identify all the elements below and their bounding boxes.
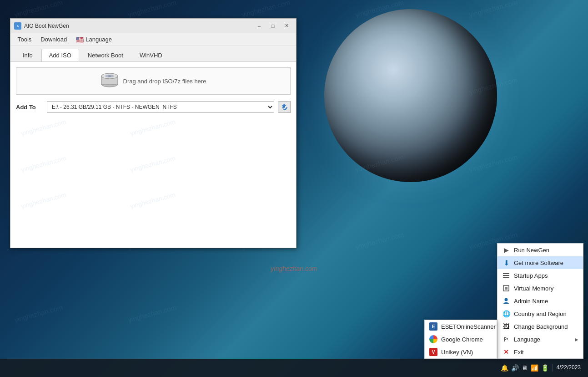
add-to-row: Add To E:\ - 26.31 GB/29.11 GB - NTFS - … xyxy=(16,99,291,115)
eset-icon: E xyxy=(429,322,437,331)
file-list-area: yinghezhan.com yinghezhan.com yinghezhan… xyxy=(16,115,291,242)
ctx-run-newgen[interactable]: ▶ Run NewGen xyxy=(498,244,583,256)
svg-point-6 xyxy=(108,75,111,76)
battery-icon[interactable]: 🔋 xyxy=(541,364,549,372)
submenu-arrow: ▶ xyxy=(575,337,578,342)
add-to-label: Add To xyxy=(16,104,43,111)
run-icon: ▶ xyxy=(502,246,510,254)
tab-network-boot[interactable]: Network Boot xyxy=(80,49,131,61)
menu-download[interactable]: Download xyxy=(37,35,70,44)
country-icon: 🌐 xyxy=(502,310,510,318)
exit-icon: ✕ xyxy=(502,348,510,356)
app-title: AIO Boot NewGen xyxy=(24,23,253,29)
app-window: A AIO Boot NewGen – □ ✕ Tools Download 🇺… xyxy=(10,18,297,248)
virtual-memory-icon xyxy=(502,284,510,292)
ctx-language[interactable]: 🏳 Language ▶ xyxy=(498,333,583,346)
background-icon: 🖼 xyxy=(502,322,510,331)
submenu-item-eset[interactable]: E ESETOnlineScanner xyxy=(425,320,497,333)
tab-add-iso[interactable]: Add ISO xyxy=(41,49,79,61)
drop-zone[interactable]: Drag and drop ISO/7z files here xyxy=(16,67,291,95)
planet-decoration xyxy=(324,9,497,182)
menu-language[interactable]: 🇺🇸 Language xyxy=(72,35,116,45)
svg-point-12 xyxy=(505,298,508,301)
flag-icon: 🇺🇸 xyxy=(76,36,84,43)
close-button[interactable]: ✕ xyxy=(281,21,292,31)
submenu-item-unikey[interactable]: V Unikey (VN) xyxy=(425,346,497,358)
tab-bar: Info Add ISO Network Boot WinVHD xyxy=(10,46,296,62)
disk-icon xyxy=(101,71,119,91)
tab-info[interactable]: Info xyxy=(15,49,40,61)
context-menu: ▶ Run NewGen ⬇ Get more Software Startup… xyxy=(497,243,583,359)
watermark: yinghezhan.com xyxy=(14,0,64,19)
watermark: yinghezhan.com xyxy=(127,0,177,19)
menu-tools[interactable]: Tools xyxy=(14,35,35,44)
taskbar: 🔔 🔊 🖥 📶 🔋 4/22/2023 xyxy=(0,359,588,377)
ctx-startup-apps[interactable]: Startup Apps xyxy=(498,269,583,282)
maximize-button[interactable]: □ xyxy=(267,21,279,31)
watermark: yinghezhan.com xyxy=(468,0,518,19)
watermark: yinghezhan.com xyxy=(241,0,291,19)
desktop: yinghezhan.com yinghezhan.com yinghezhan… xyxy=(0,0,588,377)
ctx-get-more-software[interactable]: ⬇ Get more Software xyxy=(498,256,583,269)
refresh-drive-button[interactable] xyxy=(278,101,291,113)
software-submenu: E ESETOnlineScanner Google Chrome V Unik… xyxy=(424,320,497,359)
site-watermark: yinghezhan.com xyxy=(271,265,317,272)
language-icon: 🏳 xyxy=(502,335,510,343)
chrome-icon xyxy=(429,335,437,343)
drive-select[interactable]: E:\ - 26.31 GB/29.11 GB - NTFS - NEWGEN_… xyxy=(47,101,274,113)
ctx-change-background[interactable]: 🖼 Change Background xyxy=(498,320,583,333)
win-watermark: yinghezhan.com xyxy=(130,154,176,173)
network-icon[interactable]: 📶 xyxy=(531,364,538,372)
display-icon[interactable]: 🖥 xyxy=(522,364,528,372)
svg-text:A: A xyxy=(17,25,19,28)
ctx-country-region[interactable]: 🌐 Country and Region xyxy=(498,307,583,320)
ctx-admin-name[interactable]: Admin Name xyxy=(498,295,583,307)
win-watermark: yinghezhan.com xyxy=(130,118,176,137)
tab-winvhd[interactable]: WinVHD xyxy=(132,49,170,61)
svg-rect-7 xyxy=(503,273,509,274)
taskbar-clock[interactable]: 4/22/2023 xyxy=(553,364,584,372)
win-watermark: yinghezhan.com xyxy=(20,154,67,173)
win-watermark: yinghezhan.com xyxy=(20,191,67,210)
ctx-virtual-memory[interactable]: Virtual Memory xyxy=(498,282,583,295)
ctx-exit[interactable]: ✕ Exit xyxy=(498,346,583,358)
window-controls: – □ ✕ xyxy=(253,21,292,31)
unikey-icon: V xyxy=(429,348,437,356)
svg-rect-11 xyxy=(505,287,508,290)
title-bar: A AIO Boot NewGen – □ ✕ xyxy=(10,19,296,33)
watermark: yinghezhan.com xyxy=(355,230,405,251)
admin-icon xyxy=(502,297,510,305)
notification-icon[interactable]: 🔔 xyxy=(501,364,508,372)
taskbar-system-icons: 🔔 🔊 🖥 📶 🔋 xyxy=(497,364,553,372)
win-watermark: yinghezhan.com xyxy=(20,118,67,137)
submenu-item-chrome[interactable]: Google Chrome xyxy=(425,333,497,346)
app-icon: A xyxy=(14,22,21,30)
content-area: Drag and drop ISO/7z files here Add To E… xyxy=(10,62,296,248)
win-watermark: yinghezhan.com xyxy=(130,191,176,210)
download-icon: ⬇ xyxy=(502,259,510,267)
svg-rect-8 xyxy=(503,275,509,276)
svg-rect-9 xyxy=(503,277,509,278)
drop-text: Drag and drop ISO/7z files here xyxy=(123,78,206,85)
minimize-button[interactable]: – xyxy=(253,21,265,31)
watermark: yinghezhan.com xyxy=(14,303,64,324)
startup-icon xyxy=(502,271,510,280)
watermark: yinghezhan.com xyxy=(127,303,177,324)
watermark: yinghezhan.com xyxy=(468,153,518,173)
volume-icon[interactable]: 🔊 xyxy=(511,364,519,372)
menu-bar: Tools Download 🇺🇸 Language xyxy=(10,33,296,46)
